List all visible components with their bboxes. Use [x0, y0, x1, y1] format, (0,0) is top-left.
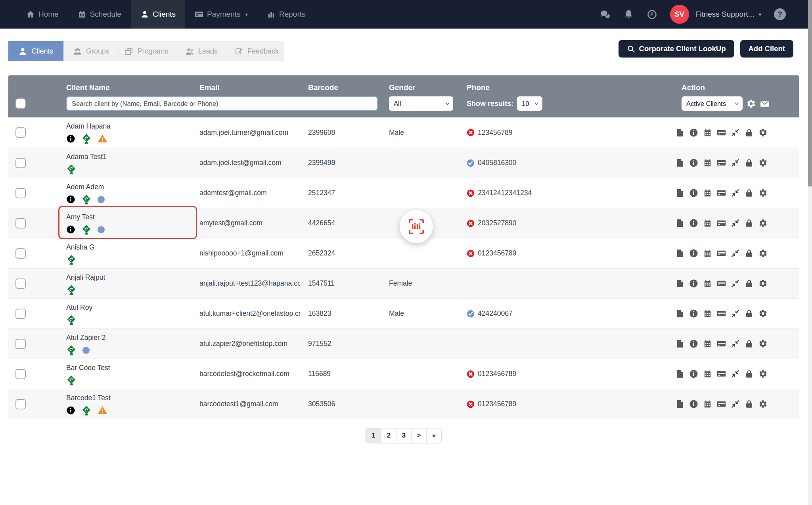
document-icon[interactable] — [675, 188, 684, 198]
gender-filter-select[interactable]: All — [389, 96, 453, 111]
warning-icon[interactable] — [98, 405, 107, 415]
membership-badge-icon[interactable] — [66, 375, 77, 386]
payment-card-icon[interactable] — [717, 158, 726, 167]
search-input[interactable] — [66, 96, 378, 111]
nav-item-clients[interactable]: Clients — [131, 0, 185, 29]
calendar-icon[interactable] — [703, 128, 712, 137]
payment-card-icon[interactable] — [717, 249, 726, 258]
lock-icon[interactable] — [745, 219, 754, 228]
nav-item-schedule[interactable]: Schedule — [68, 0, 131, 29]
row-checkbox[interactable] — [15, 399, 26, 409]
lock-icon[interactable] — [745, 279, 754, 288]
payment-card-icon[interactable] — [717, 399, 726, 409]
lock-icon[interactable] — [745, 399, 754, 409]
row-checkbox[interactable] — [15, 248, 26, 259]
payment-card-icon[interactable] — [717, 188, 726, 198]
select-all-checkbox[interactable] — [15, 98, 26, 109]
document-icon[interactable] — [675, 128, 684, 137]
info-circle-icon[interactable] — [689, 369, 698, 378]
document-icon[interactable] — [675, 249, 684, 258]
avatar[interactable]: SV — [670, 5, 689, 24]
settings-gear-icon[interactable] — [758, 219, 768, 228]
corporate-client-lookup-button[interactable]: Corporate Client LookUp — [619, 40, 734, 58]
lock-icon[interactable] — [745, 369, 754, 378]
settings-gear-icon[interactable] — [758, 309, 768, 318]
document-icon[interactable] — [675, 279, 684, 288]
document-icon[interactable] — [675, 339, 684, 348]
lock-icon[interactable] — [745, 188, 754, 198]
calendar-icon[interactable] — [703, 249, 712, 258]
email-envelope-icon[interactable] — [760, 99, 770, 109]
client-name-link[interactable]: Adem Adem — [66, 183, 191, 191]
payment-card-icon[interactable] — [717, 339, 726, 348]
document-icon[interactable] — [675, 399, 684, 409]
membership-badge-icon[interactable] — [81, 225, 92, 235]
document-icon[interactable] — [675, 158, 684, 167]
membership-badge-icon[interactable] — [66, 315, 77, 325]
info-circle-icon[interactable] — [689, 219, 698, 228]
nav-item-payments[interactable]: Payments ▾ — [185, 0, 257, 29]
info-circle-icon[interactable] — [689, 128, 698, 137]
info-icon[interactable] — [66, 225, 75, 234]
row-checkbox[interactable] — [15, 278, 26, 289]
calendar-icon[interactable] — [703, 399, 712, 409]
calendar-icon[interactable] — [703, 219, 712, 228]
pagination-page-2[interactable]: 2 — [381, 428, 396, 443]
document-icon[interactable] — [675, 309, 684, 318]
membership-badge-icon[interactable] — [66, 164, 77, 175]
tab-feedback[interactable]: Feedback — [229, 41, 284, 61]
client-name-link[interactable]: Atul Zapier 2 — [66, 334, 191, 342]
client-name-link[interactable]: Anjali Rajput — [66, 273, 191, 282]
lock-icon[interactable] — [745, 339, 754, 348]
page-scrollbar-thumb[interactable] — [808, 0, 812, 186]
payment-card-icon[interactable] — [717, 369, 726, 378]
calendar-icon[interactable] — [703, 279, 712, 288]
payment-card-icon[interactable] — [717, 309, 726, 318]
settings-gear-icon[interactable] — [758, 279, 768, 288]
client-name-link[interactable]: Anisha G — [66, 243, 191, 252]
client-name-link[interactable]: Bar Code Test — [66, 364, 191, 372]
payment-card-icon[interactable] — [717, 279, 726, 288]
info-circle-icon[interactable] — [689, 249, 698, 258]
compress-icon[interactable] — [731, 249, 740, 258]
calendar-icon[interactable] — [703, 309, 712, 318]
lock-icon[interactable] — [745, 128, 754, 137]
calendar-icon[interactable] — [703, 188, 712, 198]
info-circle-icon[interactable] — [689, 399, 698, 409]
tab-clients[interactable]: Clients — [8, 41, 63, 61]
membership-badge-icon[interactable] — [81, 405, 92, 416]
settings-gear-icon[interactable] — [758, 188, 768, 198]
row-checkbox[interactable] — [15, 158, 26, 168]
tab-programs[interactable]: Programs — [119, 41, 174, 61]
membership-badge-icon[interactable] — [66, 255, 77, 265]
barcode-scan-button[interactable] — [400, 210, 433, 243]
membership-badge-icon[interactable] — [81, 194, 92, 205]
nav-item-home[interactable]: Home — [17, 0, 68, 29]
add-client-button[interactable]: Add Client — [740, 40, 794, 58]
compress-icon[interactable] — [731, 188, 740, 198]
notifications-bell-icon[interactable] — [623, 9, 634, 20]
chat-icon[interactable] — [600, 9, 611, 20]
payment-card-icon[interactable] — [717, 219, 726, 228]
compress-icon[interactable] — [731, 339, 740, 348]
payment-card-icon[interactable] — [717, 128, 726, 137]
membership-badge-icon[interactable] — [66, 345, 77, 355]
row-checkbox[interactable] — [15, 218, 26, 228]
settings-gear-icon[interactable] — [758, 249, 768, 258]
settings-gear-icon[interactable] — [758, 128, 768, 137]
compress-icon[interactable] — [731, 128, 740, 137]
settings-gear-icon[interactable] — [758, 399, 768, 409]
compress-icon[interactable] — [731, 309, 740, 318]
info-icon[interactable] — [66, 406, 75, 415]
info-circle-icon[interactable] — [689, 339, 698, 348]
calendar-icon[interactable] — [703, 339, 712, 348]
page-scrollbar-track[interactable] — [808, 0, 812, 505]
info-circle-icon[interactable] — [689, 309, 698, 318]
info-icon[interactable] — [66, 195, 75, 204]
compress-icon[interactable] — [731, 279, 740, 288]
settings-gear-icon[interactable] — [758, 369, 768, 378]
row-checkbox[interactable] — [15, 188, 26, 198]
pagination-page-»[interactable]: » — [426, 428, 441, 443]
client-status-filter-select[interactable]: Active Clients — [682, 96, 743, 111]
compress-icon[interactable] — [731, 399, 740, 409]
